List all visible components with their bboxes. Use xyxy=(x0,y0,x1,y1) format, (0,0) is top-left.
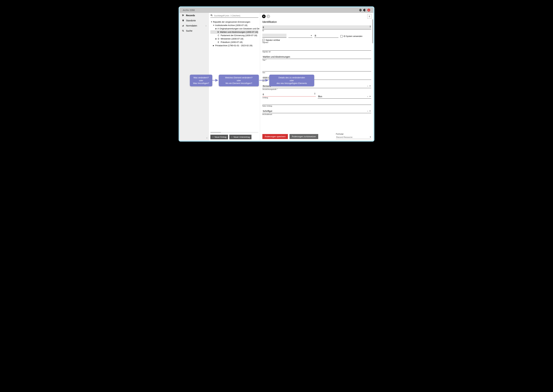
archivalienart-select[interactable] xyxy=(262,109,371,113)
field-label: Notiz Umfang xyxy=(262,105,371,107)
grid-view-icon[interactable] xyxy=(267,15,270,18)
chevron-down-icon[interactable]: ▼ xyxy=(369,110,371,112)
sidebar-item-suche[interactable]: Suche xyxy=(180,28,209,33)
titlebar: Archiv 2268 xyxy=(180,7,373,13)
new-subentry-button[interactable]: ＋Neuer Untereintrag xyxy=(229,135,251,139)
sidebar-item-label: Records xyxy=(186,14,195,17)
tree-node[interactable]: ▶AOriginalsammlungen von Gesetzen und De xyxy=(210,27,258,30)
tree-node[interactable]: ▼Institutionelle Archive (1830-07-18) xyxy=(210,24,258,27)
svg-rect-4 xyxy=(183,15,183,16)
tree-search-wrap xyxy=(209,13,260,19)
spinner-icon[interactable]: ▲▼ xyxy=(370,25,371,28)
globe-icon[interactable] xyxy=(359,9,362,12)
arrow-icon xyxy=(212,79,219,82)
svg-rect-7 xyxy=(183,25,184,26)
tree-footer: ＋Neuer Eintrag ＋Neuer Untereintrag xyxy=(209,133,260,141)
tree-hscroll[interactable] xyxy=(210,132,258,133)
field-label: Verzeichnungsstufe * xyxy=(262,88,371,90)
title-input[interactable] xyxy=(262,55,371,59)
app-frame: Archiv 2268 Records xyxy=(180,7,373,141)
callout-tree: Welches Element verändern? oder Wo ein E… xyxy=(219,75,259,86)
sidebar-item-standorte[interactable]: Standorte xyxy=(180,18,209,23)
tree-search-input[interactable] xyxy=(214,14,258,17)
location-icon xyxy=(182,19,184,22)
form-select[interactable] xyxy=(336,135,371,139)
field-label: Von xyxy=(262,72,371,74)
list-view-icon[interactable] xyxy=(262,15,266,18)
field-label: ID xyxy=(262,30,371,31)
svg-point-9 xyxy=(211,15,212,16)
svg-rect-12 xyxy=(268,16,268,17)
svg-rect-6 xyxy=(183,25,183,27)
sig-visible-checkbox[interactable]: ✓ xyxy=(262,39,265,41)
tree-node-root[interactable]: ▼Republik der vergessenen Erinnerungen xyxy=(210,20,258,24)
tree-node[interactable]: ▶DMinisterien (1830-07-18) xyxy=(210,37,258,41)
collapse-sidebar-icon[interactable]: ‹ xyxy=(207,136,207,139)
chevron-right-icon: › xyxy=(206,24,206,27)
sidebar-item-records[interactable]: Records xyxy=(180,13,209,18)
sig-part1-input[interactable] xyxy=(262,34,286,38)
sidebar-item-label: Standorte xyxy=(186,19,196,22)
umfang-input[interactable] xyxy=(262,92,316,97)
reset-button[interactable]: Änderungen zurücksetzen xyxy=(290,134,318,139)
von-input[interactable] xyxy=(262,67,371,71)
tree-node-selected[interactable]: BWahlen und Abstimmungen (1830-07-18) xyxy=(210,30,258,34)
tree-node[interactable]: CParlament der Erinnerung (1830-07-18) xyxy=(210,34,258,37)
section-heading: Identifikation xyxy=(262,21,371,23)
field-label: Titel * xyxy=(262,59,371,61)
svg-rect-13 xyxy=(269,16,269,17)
clear-icon[interactable]: × xyxy=(367,96,368,98)
callout-sidebar: Was verändern? oder Was hinzufügen? xyxy=(190,75,212,86)
sidebar-item-label: Normdaten xyxy=(186,24,197,27)
sig-part2-input[interactable] xyxy=(288,34,312,38)
save-button[interactable]: Änderungen speichern xyxy=(262,134,288,139)
chevron-down-icon[interactable]: ▼ xyxy=(311,35,312,36)
tree-node[interactable]: ▶Privatarchive (1780-01-01 - 2023-02-28) xyxy=(210,44,258,47)
clear-icon[interactable]: × xyxy=(367,85,368,87)
sidebar-item-normdaten[interactable]: Normdaten › xyxy=(180,23,209,28)
plus-icon: ＋ xyxy=(212,136,214,138)
spinner-icon[interactable]: ▲▼ xyxy=(314,92,316,95)
download-icon[interactable] xyxy=(367,14,372,19)
clear-icon[interactable]: × xyxy=(367,110,368,112)
app-title: Archiv 2268 xyxy=(183,9,195,11)
chart-icon xyxy=(182,24,184,27)
detail-vscroll[interactable] xyxy=(372,13,373,141)
detail-footer: Änderungen speichern Änderungen zurückse… xyxy=(260,131,373,141)
detail-toolbar xyxy=(260,13,373,20)
svg-point-8 xyxy=(182,30,183,31)
plus-icon: ＋ xyxy=(231,136,233,138)
umfang-unit-select[interactable] xyxy=(318,95,371,98)
use-id-checkbox[interactable] xyxy=(340,35,343,37)
callout-detail: Details des zu verändernden oder des neu… xyxy=(269,75,314,86)
svg-rect-3 xyxy=(183,15,184,15)
chevron-down-icon[interactable]: ▼ xyxy=(369,85,371,87)
field-label: Umfang xyxy=(262,97,316,98)
sig-alt-input[interactable] xyxy=(262,47,371,50)
chevron-down-icon[interactable]: ▼ xyxy=(370,136,371,138)
logout-icon[interactable] xyxy=(367,9,370,12)
svg-rect-10 xyxy=(268,16,268,16)
field-label: Signatur xyxy=(262,42,371,43)
titlebar-actions xyxy=(359,9,370,12)
svg-rect-11 xyxy=(269,16,269,16)
new-entry-button[interactable]: ＋Neuer Eintrag xyxy=(210,135,228,139)
chevron-down-icon[interactable]: ▼ xyxy=(369,96,371,97)
form-select-label: Formular xyxy=(336,133,371,135)
svg-rect-5 xyxy=(182,26,183,27)
arrow-icon xyxy=(259,79,269,82)
id-input[interactable] xyxy=(262,25,371,29)
sig-part3-input[interactable] xyxy=(314,34,339,38)
search-icon xyxy=(210,14,213,17)
theme-toggle-icon[interactable] xyxy=(363,9,366,12)
field-label: Signatur alt xyxy=(262,51,371,53)
checkbox-label: Signatur sichtbar xyxy=(266,39,280,41)
sidebar-item-label: Suche xyxy=(186,29,192,32)
tree-node[interactable]: EPräsidium (1830-07-18) xyxy=(210,41,258,44)
svg-rect-2 xyxy=(182,15,183,15)
search-icon xyxy=(182,29,184,32)
field-label: Archivalienart xyxy=(262,113,371,115)
notiz-umfang-input[interactable] xyxy=(262,101,371,105)
checkbox-label: ID System verwenden xyxy=(344,35,362,37)
records-icon xyxy=(182,14,184,17)
